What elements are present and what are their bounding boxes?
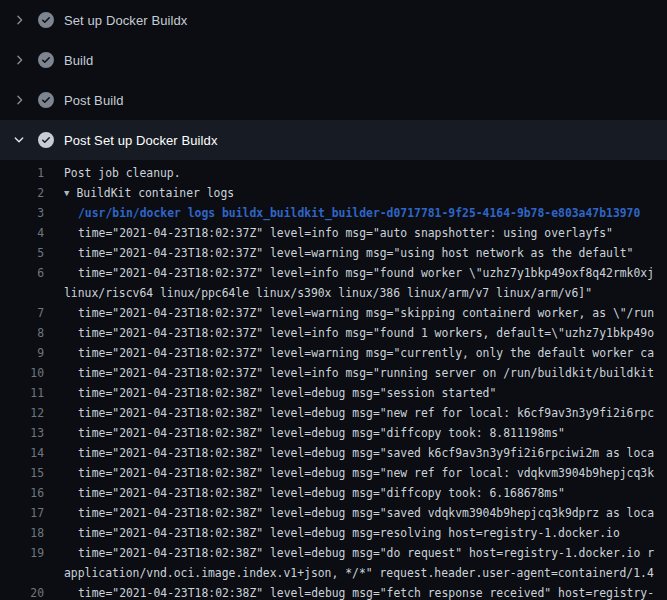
log-line-text: time="2021-04-23T18:02:37Z" level=warnin…	[78, 303, 654, 323]
log-line-number[interactable]: 4	[0, 223, 44, 243]
log-line-text: time="2021-04-23T18:02:38Z" level=debug …	[78, 503, 654, 523]
log-line-number[interactable]: 20	[0, 583, 44, 600]
log-line: 8time="2021-04-23T18:02:37Z" level=info …	[0, 323, 667, 343]
log-line: 16time="2021-04-23T18:02:38Z" level=debu…	[0, 483, 667, 503]
log-line-text: time="2021-04-23T18:02:37Z" level=warnin…	[78, 243, 633, 263]
log-command-text: /usr/bin/docker logs buildx_buildkit_bui…	[78, 203, 640, 223]
log-line-text: time="2021-04-23T18:02:38Z" level=debug …	[78, 543, 654, 563]
log-group-title: BuildKit container logs	[76, 186, 234, 200]
step-row-post-build[interactable]: Post Build	[0, 80, 667, 120]
log-line-text: time="2021-04-23T18:02:37Z" level=info m…	[78, 323, 654, 343]
log-line: 6time="2021-04-23T18:02:37Z" level=info …	[0, 263, 667, 283]
log-line: 18time="2021-04-23T18:02:38Z" level=debu…	[0, 523, 667, 543]
check-circle-icon	[38, 12, 54, 28]
chevron-right-icon	[12, 53, 26, 67]
actions-log-page: { "steps": [ { "label": "Set up Docker B…	[0, 0, 667, 600]
log-line-text: time="2021-04-23T18:02:38Z" level=debug …	[78, 383, 496, 403]
log-line-number[interactable]: 17	[0, 503, 44, 523]
log-line-number[interactable]: 15	[0, 463, 44, 483]
step-row-build[interactable]: Build	[0, 40, 667, 80]
log-line-text: time="2021-04-23T18:02:38Z" level=debug …	[78, 423, 565, 443]
log-line-text: application/vnd.oci.image.index.v1+json,…	[64, 563, 654, 583]
log-group-header[interactable]: ▼BuildKit container logs	[64, 183, 234, 203]
check-circle-icon	[38, 92, 54, 108]
log-line-text: time="2021-04-23T18:02:38Z" level=debug …	[78, 523, 620, 543]
log-line: 19time="2021-04-23T18:02:38Z" level=debu…	[0, 543, 667, 563]
log-line: 17time="2021-04-23T18:02:38Z" level=debu…	[0, 503, 667, 523]
step-label: Post Build	[64, 93, 124, 108]
log-line: 13time="2021-04-23T18:02:38Z" level=debu…	[0, 423, 667, 443]
log-line: linux/riscv64 linux/ppc64le linux/s390x …	[0, 283, 667, 303]
log-viewer: 1Post job cleanup.2▼BuildKit container l…	[0, 160, 667, 600]
log-line: 5time="2021-04-23T18:02:37Z" level=warni…	[0, 243, 667, 263]
step-row-set-up-docker-buildx[interactable]: Set up Docker Buildx	[0, 0, 667, 40]
log-line: 20time="2021-04-23T18:02:38Z" level=debu…	[0, 583, 667, 600]
log-line-number[interactable]: 8	[0, 323, 44, 343]
log-line-text: time="2021-04-23T18:02:37Z" level=warnin…	[78, 343, 654, 363]
log-line: 4time="2021-04-23T18:02:37Z" level=info …	[0, 223, 667, 243]
log-line-text: time="2021-04-23T18:02:38Z" level=debug …	[78, 403, 654, 423]
log-line-number[interactable]: 1	[0, 163, 44, 183]
log-line-text: linux/riscv64 linux/ppc64le linux/s390x …	[64, 283, 592, 303]
log-line-text: time="2021-04-23T18:02:38Z" level=debug …	[78, 443, 654, 463]
step-label: Build	[64, 53, 93, 68]
log-line: 9time="2021-04-23T18:02:37Z" level=warni…	[0, 343, 667, 363]
step-row-post-set-up-docker-buildx[interactable]: Post Set up Docker Buildx	[0, 120, 667, 160]
log-line: 1Post job cleanup.	[0, 163, 667, 183]
log-line: 11time="2021-04-23T18:02:38Z" level=debu…	[0, 383, 667, 403]
log-line-text: time="2021-04-23T18:02:37Z" level=info m…	[78, 263, 654, 283]
log-line-number[interactable]: 7	[0, 303, 44, 323]
chevron-down-icon	[12, 133, 26, 147]
log-line-number[interactable]: 12	[0, 403, 44, 423]
log-line: 7time="2021-04-23T18:02:37Z" level=warni…	[0, 303, 667, 323]
log-line: 2▼BuildKit container logs	[0, 183, 667, 203]
log-line-number[interactable]: 9	[0, 343, 44, 363]
log-line-number[interactable]: 10	[0, 363, 44, 383]
log-line-number[interactable]: 3	[0, 203, 44, 223]
log-line-number[interactable]: 16	[0, 483, 44, 503]
log-line: 10time="2021-04-23T18:02:37Z" level=info…	[0, 363, 667, 383]
log-line-number[interactable]: 2	[0, 183, 44, 203]
log-line-number[interactable]: 5	[0, 243, 44, 263]
log-line-number[interactable]: 19	[0, 543, 44, 563]
log-line: application/vnd.oci.image.index.v1+json,…	[0, 563, 667, 583]
log-line-text: time="2021-04-23T18:02:38Z" level=debug …	[78, 583, 654, 600]
log-line-number[interactable]: 18	[0, 523, 44, 543]
log-line-number[interactable]: 6	[0, 263, 44, 283]
step-label: Post Set up Docker Buildx	[64, 133, 218, 148]
log-line: 14time="2021-04-23T18:02:38Z" level=debu…	[0, 443, 667, 463]
log-line: 12time="2021-04-23T18:02:38Z" level=debu…	[0, 403, 667, 423]
check-circle-icon	[38, 52, 54, 68]
log-line-text: time="2021-04-23T18:02:37Z" level=info m…	[78, 363, 654, 383]
chevron-right-icon	[12, 93, 26, 107]
step-label: Set up Docker Buildx	[64, 13, 187, 28]
step-list: Set up Docker Buildx Build Post Build Po…	[0, 0, 667, 160]
log-line-text: time="2021-04-23T18:02:37Z" level=info m…	[78, 223, 613, 243]
log-line-number[interactable]: 11	[0, 383, 44, 403]
check-circle-icon	[38, 132, 54, 148]
log-line: 3/usr/bin/docker logs buildx_buildkit_bu…	[0, 203, 667, 223]
chevron-right-icon	[12, 13, 26, 27]
log-line-text: time="2021-04-23T18:02:38Z" level=debug …	[78, 463, 654, 483]
log-line-text: Post job cleanup.	[64, 163, 181, 183]
log-line-number[interactable]: 14	[0, 443, 44, 463]
group-toggle-icon[interactable]: ▼	[64, 188, 69, 198]
log-line-number[interactable]: 13	[0, 423, 44, 443]
log-line-text: time="2021-04-23T18:02:38Z" level=debug …	[78, 483, 565, 503]
log-line: 15time="2021-04-23T18:02:38Z" level=debu…	[0, 463, 667, 483]
